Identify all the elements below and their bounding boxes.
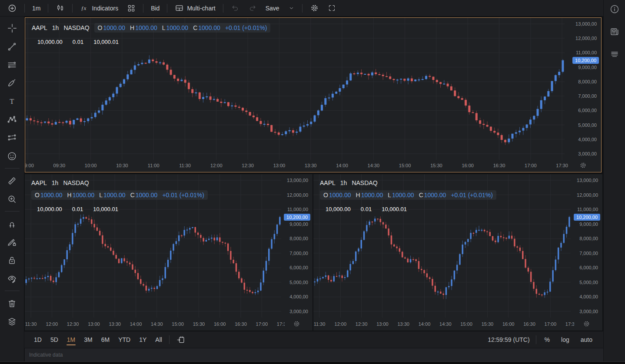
zoom-in-tool-button[interactable] — [3, 190, 21, 208]
brush-tool-button[interactable] — [3, 74, 21, 92]
remove-drawings-button[interactable] — [3, 295, 21, 312]
bid-price-button[interactable]: 10,000.00 — [320, 204, 356, 215]
lock-drawings-button[interactable] — [3, 251, 21, 269]
bid-button[interactable]: Bid — [147, 3, 163, 13]
fullscreen-button[interactable] — [324, 2, 340, 14]
percent-scale-button[interactable]: % — [539, 334, 555, 345]
time-axis-label: 17:30 — [556, 163, 568, 168]
interval-button[interactable]: 1m — [28, 3, 44, 13]
last-price-label: 10,200,00 — [572, 57, 599, 64]
magnet-tool-button[interactable] — [3, 215, 21, 232]
list-icon — [609, 49, 620, 60]
time-axis-label: 15:00 — [460, 321, 472, 327]
time-axis[interactable]: 11:3012:0012:3013:0013:3014:0014:3015:00… — [25, 318, 285, 331]
bid-label: Bid — [151, 5, 160, 12]
time-axis-label: 16:30 — [523, 321, 535, 327]
chart-legend: AAPL 1h NASDAQ O1000.00 H1000.00 L1000.0… — [31, 179, 208, 218]
drawing-mode-lock-button[interactable] — [3, 233, 21, 251]
axis-settings-icon[interactable] — [579, 162, 587, 169]
horizontal-lines-tool-button[interactable] — [3, 56, 21, 73]
emoji-tool-button[interactable] — [3, 147, 21, 165]
hide-drawings-button[interactable] — [3, 270, 21, 287]
range-button-6m[interactable]: 6M — [97, 334, 114, 345]
bid-price-button[interactable]: 10,000.00 — [31, 204, 68, 215]
news-button[interactable] — [607, 26, 622, 37]
save-button[interactable]: Save — [262, 3, 283, 13]
price-axis-label: 3,000,00 — [578, 151, 597, 156]
details-button[interactable] — [607, 49, 622, 60]
text-tool-button[interactable]: T — [3, 93, 21, 110]
settings-button[interactable] — [306, 2, 323, 14]
status-bar: Indicative data — [24, 348, 603, 361]
candles-icon — [56, 3, 65, 13]
right-toolbar — [603, 0, 625, 361]
save-menu-button[interactable] — [284, 3, 299, 13]
bid-price-button[interactable]: 10,000.00 — [32, 36, 68, 47]
last-price-label: 10,200,00 — [574, 214, 600, 221]
time-axis-label: 17:00 — [525, 163, 537, 168]
price-axis-label: 9,000,00 — [289, 222, 308, 227]
chart-panel-bottom-left[interactable]: AAPL 1h NASDAQ O1000.00 H1000.00 L1000.0… — [25, 174, 312, 331]
symbol-label[interactable]: AAPL — [32, 24, 47, 31]
time-axis-label: 14:30 — [368, 163, 380, 168]
range-button-1m[interactable]: 1M — [63, 334, 80, 345]
goto-date-button[interactable] — [172, 334, 189, 346]
grid-layout-button[interactable] — [123, 2, 140, 14]
price-axis-label: 7,000,00 — [289, 251, 308, 256]
chart-type-button[interactable] — [52, 2, 69, 14]
indicators-button[interactable]: ƒx Indicators — [76, 2, 122, 14]
time-axis-label: 12:00 — [335, 321, 347, 327]
price-axis-label: 5,000,00 — [289, 280, 308, 285]
info-button[interactable] — [607, 3, 622, 14]
undo-button[interactable] — [227, 2, 243, 14]
brush-icon — [7, 78, 17, 89]
interval-label: 1h — [52, 24, 59, 31]
axis-settings-icon[interactable] — [293, 320, 301, 328]
separator — [536, 335, 536, 344]
range-button-3m[interactable]: 3M — [80, 334, 96, 345]
redo-button[interactable] — [244, 2, 261, 14]
time-axis-label: 13:00 — [376, 321, 389, 327]
price-axis-label: 13,000,00 — [575, 21, 597, 26]
multichart-button[interactable]: Multi-chart — [171, 2, 219, 14]
time-axis-label: 13:00 — [273, 163, 286, 168]
news-icon — [609, 26, 620, 37]
symbol-label[interactable]: AAPL — [31, 179, 47, 186]
clock[interactable]: 12:59:59 (UTC) — [484, 334, 533, 345]
interval-label: 1m — [32, 5, 40, 12]
range-button-1y[interactable]: 1Y — [135, 334, 151, 345]
projection-tool-button[interactable] — [3, 129, 21, 146]
object-tree-button[interactable] — [3, 313, 21, 330]
range-button-all[interactable]: All — [151, 334, 166, 345]
chart-panel-bottom-right[interactable]: AAPL 1h NASDAQ O1000.00 H1000.00 L1000.0… — [313, 174, 602, 331]
range-button-1d[interactable]: 1D — [30, 334, 46, 345]
ask-price-button[interactable]: 10,000.01 — [88, 36, 124, 47]
ask-price-button[interactable]: 10,000.01 — [376, 204, 412, 215]
time-axis-label: 11:30 — [25, 321, 37, 327]
log-scale-button[interactable]: log — [555, 334, 575, 345]
range-button-5d[interactable]: 5D — [46, 334, 63, 345]
price-axis-label: 12,000,00 — [577, 192, 598, 198]
price-axis-label: 6,000,00 — [578, 108, 597, 113]
chart-panel-main[interactable]: AAPL 1h NASDAQ O1000.00 H1000.00 L1000.0… — [25, 17, 602, 172]
time-axis[interactable]: 11:3012:0012:3013:0013:3014:0014:3015:00… — [313, 318, 574, 331]
symbol-label[interactable]: AAPL — [320, 179, 336, 186]
xabcd-pattern-tool-button[interactable] — [3, 111, 21, 128]
axis-settings-icon[interactable] — [583, 320, 591, 328]
text-icon: T — [7, 96, 17, 107]
trend-line-tool-button[interactable] — [3, 38, 21, 55]
time-axis[interactable]: 09:0009:3010:0010:3011:0011:3012:0012:30… — [25, 159, 568, 172]
charts-area: AAPL 1h NASDAQ O1000.00 H1000.00 L1000.0… — [24, 17, 603, 331]
ask-price-button[interactable]: 10,000.01 — [87, 204, 124, 215]
auto-scale-button[interactable]: auto — [575, 334, 598, 345]
symbol-search-button[interactable] — [3, 2, 21, 15]
undo-icon — [231, 4, 239, 13]
measure-tool-button[interactable] — [3, 172, 21, 189]
trash-icon — [7, 298, 17, 309]
range-button-ytd[interactable]: YTD — [114, 334, 135, 345]
chevron-down-icon — [288, 5, 295, 11]
pencil-lock-icon — [7, 237, 17, 248]
crosshair-tool-button[interactable] — [3, 20, 21, 37]
gear-icon — [310, 3, 319, 13]
top-toolbar: 1m ƒx Indicators Bid Multi-chart Save — [0, 0, 603, 17]
